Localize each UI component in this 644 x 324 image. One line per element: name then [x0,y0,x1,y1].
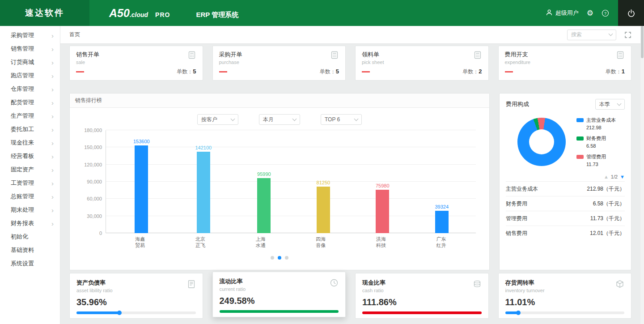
bar[interactable] [257,178,271,233]
bar[interactable] [376,190,389,233]
stat-card-count: 单数：1 [606,68,625,76]
legend-value: 11.73 [586,162,606,167]
stat-card[interactable]: 费用开支 expenditure 单数：1 [498,46,632,81]
sidebar-item-label: 固定资产 [11,166,34,174]
help-icon[interactable]: ? [602,9,609,17]
tab-home[interactable]: 首页 [69,31,80,38]
sidebar-item-销售管理[interactable]: 销售管理› [0,42,60,55]
kpi-card[interactable]: 资产负债率 asset libility ratio 35.96% [69,273,203,319]
sidebar-item-工资管理[interactable]: 工资管理› [0,176,60,190]
chevron-right-icon: › [51,220,54,227]
carousel-dot[interactable] [271,256,274,260]
pager-down-icon[interactable]: ▼ [620,174,625,179]
kpi-value: 11.01% [505,297,625,307]
y-axis-tick: 30,000 [87,213,102,219]
stat-card[interactable]: 领料单 pick sheet 单数：2 [355,46,489,81]
stat-card-subtitle: sale [76,60,99,65]
stat-card[interactable]: 采购开单 purchase 单数：5 [212,46,346,81]
legend-label: 主营业务成本 [586,117,616,124]
chevron-right-icon: › [51,99,54,106]
carousel-dot[interactable] [285,256,288,260]
sidebar-item-经营看板[interactable]: 经营看板› [0,149,60,163]
chevron-right-icon: › [51,166,54,173]
stat-card-title: 领料单 [362,51,384,59]
x-axis-label: 洪海科技 [371,236,391,249]
sidebar-item-跑店管理[interactable]: 跑店管理› [0,69,60,82]
progress-knob[interactable] [117,311,122,315]
sidebar-item-采购管理[interactable]: 采购管理› [0,29,60,42]
chevron-right-icon: › [51,140,54,146]
sidebar-item-总账管理[interactable]: 总账管理› [0,190,60,203]
user-name: 超级用户 [555,9,579,17]
stat-card-count: 单数：5 [177,68,196,76]
sidebar-item-订货商城[interactable]: 订货商城› [0,55,60,69]
settings-gear-icon[interactable]: ⚙ [587,9,593,17]
fullscreen-icon[interactable] [624,31,631,38]
x-axis-labels: 海鑫贸易北京正飞上海水通四海音像洪海科技广东红升 [106,236,476,249]
bar-column: 39324 [435,130,449,233]
sidebar-item-label: 配货管理 [11,98,34,107]
sidebar-item-初始化[interactable]: 初始化 [0,230,60,243]
sidebar-item-仓库管理[interactable]: 仓库管理› [0,82,60,96]
panel-title: 费用构成 [506,100,529,108]
app-logo[interactable]: 速达软件 [0,0,89,26]
bar[interactable] [435,211,449,233]
bar[interactable] [197,152,210,233]
sidebar-item-固定资产[interactable]: 固定资产› [0,163,60,176]
sidebar-item-委托加工[interactable]: 委托加工› [0,123,60,136]
chevron-down-icon [609,32,613,36]
stat-card[interactable]: 销售开单 sale 单数：5 [69,46,203,81]
period-select[interactable]: 本季 [595,99,625,110]
logout-power-button[interactable] [618,0,644,26]
sidebar-item-期末处理[interactable]: 期末处理› [0,203,60,217]
stat-card-subtitle: purchase [219,60,242,65]
expense-row: 销售费用 12.01（千元） [506,226,625,240]
bar-value-label: 75980 [376,183,390,188]
sidebar-item-系统设置[interactable]: 系统设置 [0,257,60,270]
expense-row-list: 主营业务成本 212.98（千元）财务费用 6.58（千元）管理费用 11.73… [506,181,625,240]
progress-knob[interactable] [516,311,521,315]
product-badge: PRO [155,11,170,18]
period-value: 本季 [599,101,610,108]
bar-value-label: 142100 [195,145,212,150]
search-placeholder: 搜索 [571,31,582,38]
bar[interactable] [135,145,148,233]
kpi-title: 流动比率 [220,277,339,286]
sidebar-item-label: 经营看板 [11,152,34,160]
chart-filter-select[interactable]: 按客户 [197,114,238,125]
chart-filter-select[interactable]: 本月 [259,114,300,125]
user-menu[interactable]: 超级用户 [546,9,579,17]
legend-pager: ▲ 1/2 ▼ [506,174,625,179]
bar-column: 75980 [376,130,390,233]
sidebar-item-label: 采购管理 [11,31,34,39]
bar[interactable] [317,187,330,233]
sidebar-item-基础资料[interactable]: 基础资料 [0,243,60,257]
sidebar-item-label: 订货商城 [11,58,34,66]
y-axis-tick: 60,000 [87,196,102,201]
kpi-card[interactable]: 现金比率 cash ratio 111.86% [355,273,489,319]
kpi-card[interactable]: 存货周转率 inventory turnover 11.01% [498,273,632,319]
sidebar-item-配货管理[interactable]: 配货管理› [0,96,60,109]
calculator-icon [473,51,482,61]
chevron-down-icon [354,116,359,121]
progress-track [505,311,625,314]
kpi-card[interactable]: 流动比率 current ratio 249.58% [212,272,346,317]
pager-up-icon[interactable]: ▲ [604,174,609,179]
page-scrollbar[interactable] [640,26,644,324]
bar-value-label: 95990 [257,171,271,177]
bar-value-label: 153600 [133,139,150,144]
sidebar-item-现金往来[interactable]: 现金往来› [0,136,60,149]
clock-icon [329,278,339,290]
scrollbar-thumb[interactable] [641,26,644,58]
chart-filter-select[interactable]: TOP 6 [321,114,362,125]
app-header: 速达软件 A50.cloud PRO ERP 管理系统 超级用户 ⚙ ? [0,0,644,26]
legend-label: 财务费用 [586,135,606,142]
panel-title: 销售排行榜 [70,94,489,108]
chevron-down-icon [292,116,297,121]
search-input[interactable]: 搜索 [567,30,616,40]
sidebar-item-生产管理[interactable]: 生产管理› [0,109,60,123]
sidebar-item-财务报表[interactable]: 财务报表› [0,217,60,230]
carousel-dot[interactable] [278,256,281,260]
expense-row-label: 财务费用 [506,200,527,208]
legend-swatch [576,118,584,122]
